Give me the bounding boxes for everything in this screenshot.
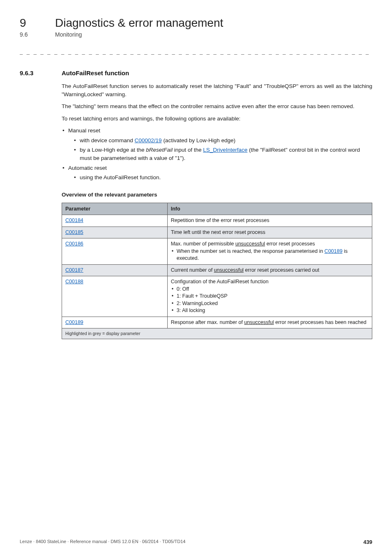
subsection-title: AutoFailReset function [62, 69, 129, 76]
cell-parameter: C00184 [62, 215, 168, 227]
text: Time left until the next error reset pro… [171, 229, 265, 235]
param-name: bResetFail [146, 147, 173, 153]
cell-parameter: C00186 [62, 238, 168, 265]
info-sub-item: 1: Fault + TroubleQSP [171, 293, 369, 300]
paragraph: The "latching" term means that the effec… [62, 102, 372, 111]
section-title: Monitoring [55, 31, 82, 38]
table-row: C00187 Current number of unsuccessful er… [62, 264, 372, 276]
cell-info: Time left until the next error reset pro… [167, 227, 372, 238]
cell-parameter: C00188 [62, 276, 168, 317]
link-param[interactable]: C00185 [65, 229, 83, 235]
table-row: C00184 Repetition time of the error rese… [62, 215, 372, 227]
list-item: Automatic reset using the AutoFailReset … [62, 164, 372, 182]
cell-parameter: C00185 [62, 227, 168, 238]
sub-list: using the AutoFailReset function. [74, 173, 372, 182]
footer-reference: Lenze · 8400 StateLine · Reference manua… [20, 539, 185, 545]
paragraph: To reset latching errors and warnings, t… [62, 115, 372, 123]
cell-info: Current number of unsuccessful error res… [167, 264, 372, 276]
text: input of the [173, 147, 203, 153]
text-underline: unsuccessful [214, 267, 244, 273]
parameter-table: Parameter Info C00184 Repetition time of… [62, 203, 372, 339]
list-item: using the AutoFailReset function. [74, 173, 372, 182]
text-underline: unsuccessful [235, 241, 265, 247]
text: Response after max. number of [171, 319, 244, 325]
table-row: C00189 Response after max. number of uns… [62, 317, 372, 328]
text: by a Low-High edge at the [80, 147, 146, 153]
info-sub-item: 3: All locking [171, 307, 369, 314]
text: (activated by Low-High edge) [162, 137, 235, 143]
cell-info: Repetition time of the error reset proce… [167, 215, 372, 227]
page-root: 9 Diagnostics & error management 9.6 Mon… [0, 0, 392, 555]
text: When the number set is reached, the resp… [177, 248, 325, 254]
cell-info: Configuration of the AutoFailReset funct… [167, 276, 372, 317]
link-param[interactable]: C00184 [65, 217, 83, 223]
sub-list: with device command C00002/19 (activated… [74, 136, 372, 162]
subsection-number: 9.6.3 [20, 69, 46, 76]
page-number: 439 [363, 539, 372, 545]
text: Current number of [171, 267, 214, 273]
table-row: C00186 Max. number of permissible unsucc… [62, 238, 372, 265]
section-header: 9.6 Monitoring [20, 31, 372, 38]
list-item: by a Low-High edge at the bResetFail inp… [74, 146, 372, 162]
info-sub-item: 0: Off [171, 286, 369, 293]
cell-info: Response after max. number of unsuccessf… [167, 317, 372, 328]
footnote-text: Highlighted in grey = display parameter [62, 328, 372, 339]
list-item-label: Manual reset [68, 127, 100, 134]
table-row: C00188 Configuration of the AutoFailRese… [62, 276, 372, 317]
text: using the AutoFailReset function. [80, 174, 161, 180]
chapter-title: Diagnostics & error management [55, 16, 223, 30]
text: error reset processes [265, 241, 315, 247]
table-row: C00185 Time left until the next error re… [62, 227, 372, 238]
paragraph: The AutoFailReset function serves to aut… [62, 82, 372, 98]
options-list: Manual reset with device command C00002/… [62, 127, 372, 181]
link-param[interactable]: C00189 [325, 248, 343, 254]
info-sub-item: When the number set is reached, the resp… [171, 248, 369, 262]
text-underline: unsuccessful [244, 319, 274, 325]
text: error reset processes has been reached [274, 319, 367, 325]
link-driveinterface[interactable]: LS_DriveInterface [203, 147, 247, 153]
text: Configuration of the AutoFailReset funct… [171, 279, 269, 284]
info-sub-item: 2: WarningLocked [171, 300, 369, 308]
text: Max. number of permissible [171, 241, 235, 247]
page-footer: Lenze · 8400 StateLine · Reference manua… [20, 539, 372, 545]
col-header-info: Info [167, 203, 372, 215]
list-item: Manual reset with device command C00002/… [62, 127, 372, 162]
cell-parameter: C00187 [62, 264, 168, 276]
body-text: The AutoFailReset function serves to aut… [62, 82, 372, 339]
text: Repetition time of the error reset proce… [171, 217, 270, 223]
text: error reset processes carried out [244, 267, 319, 273]
section-number: 9.6 [20, 31, 40, 38]
cell-parameter: C00189 [62, 317, 168, 328]
link-param[interactable]: C00186 [65, 241, 83, 247]
chapter-header: 9 Diagnostics & error management [20, 16, 372, 30]
link-device-command[interactable]: C00002/19 [135, 137, 162, 143]
col-header-parameter: Parameter [62, 203, 168, 215]
link-param[interactable]: C00189 [65, 319, 83, 325]
divider-dashes: _ _ _ _ _ _ _ _ _ _ _ _ _ _ _ _ _ _ _ _ … [20, 49, 372, 55]
list-item-label: Automatic reset [68, 165, 107, 171]
table-header-row: Parameter Info [62, 203, 372, 215]
text: with device command [80, 137, 135, 143]
cell-info: Max. number of permissible unsuccessful … [167, 238, 372, 265]
subsection-heading: 9.6.3 AutoFailReset function [20, 69, 372, 76]
link-param[interactable]: C00188 [65, 279, 83, 284]
table-heading: Overview of the relevant parameters [62, 191, 372, 199]
table-footnote: Highlighted in grey = display parameter [62, 328, 372, 339]
list-item: with device command C00002/19 (activated… [74, 136, 372, 145]
chapter-number: 9 [20, 16, 40, 30]
link-param[interactable]: C00187 [65, 267, 83, 273]
